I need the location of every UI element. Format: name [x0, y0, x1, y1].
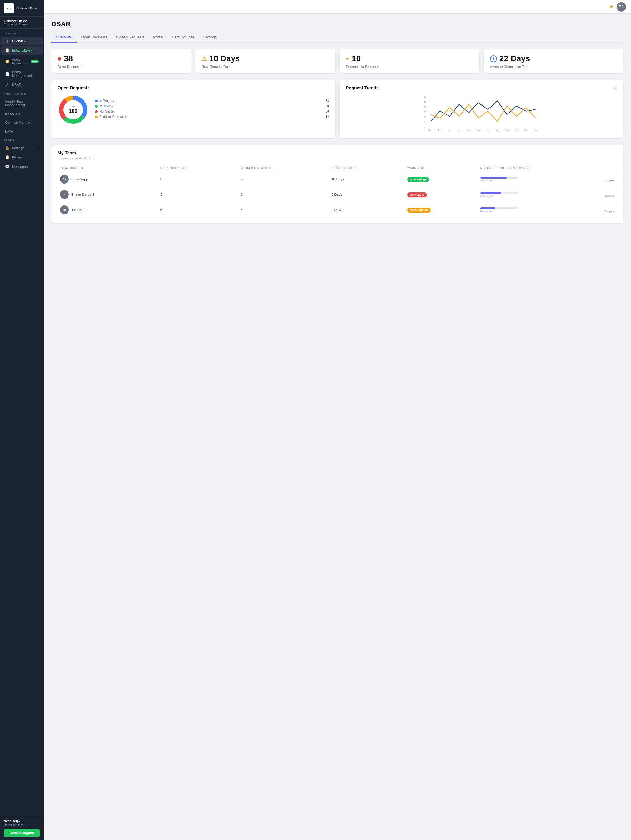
progress-labels: Not Started Complete — [480, 194, 615, 197]
progress-end-label: Complete — [604, 210, 615, 213]
need-help-text: Need help? — [4, 819, 40, 823]
svg-text:Sep: Sep — [505, 129, 509, 132]
legend-item-in-progress: In Progress 38 — [95, 99, 329, 103]
member-cell: TB Talal Butt — [57, 202, 158, 218]
table-row: TB Talal Butt 5 5 2 Days Need Support No… — [57, 202, 617, 218]
tab-portal[interactable]: Portal — [149, 33, 167, 43]
tab-open-requests[interactable]: Open Requests — [77, 33, 111, 43]
sidebar-item-overview[interactable]: ⊞ Overview — [1, 36, 43, 45]
sidebar-item-audit-requests[interactable]: 📁 Audit Requests New — [1, 55, 43, 67]
progress-cell: Not Started Complete — [478, 187, 617, 202]
progress-track — [480, 177, 518, 178]
sidebar-item-settings[interactable]: 🔒 Settings › — [1, 144, 43, 152]
legend-item-in-review: In Review 30 — [95, 104, 329, 108]
donut-total-label: Total — [69, 105, 77, 109]
my-team-card: My Team Performance & Availability TEAM … — [51, 145, 623, 223]
stat-dot-red — [57, 57, 61, 61]
donut-total-num: 100 — [69, 109, 77, 114]
member-avatar: CY — [60, 175, 69, 183]
sidebar-bottom: Need help? Check our docs Contact Suppor… — [0, 816, 44, 840]
sidebar-item-label: Overview — [12, 39, 26, 43]
workspace-selector[interactable]: Cabinet Office Ebad Abid · Premium ⌃ — [0, 17, 44, 29]
audit-new-badge: New — [31, 60, 39, 63]
sidebar-item-messages[interactable]: 💬 Messages — [1, 162, 43, 171]
svg-text:Apr: Apr — [457, 129, 461, 132]
sidebar-item-policy-management[interactable]: 📄 Policy Management — [1, 68, 43, 80]
sidebar-item-label: ISO27001 — [5, 112, 21, 116]
col-closed-requests: CLOSED REQUESTS — [238, 164, 329, 172]
info-icon: ℹ — [490, 55, 497, 62]
next-due: 5 Days — [329, 187, 405, 202]
team-subtitle: Performance & Availability — [57, 156, 617, 160]
tab-closed-requests[interactable]: Closed Requests — [112, 33, 149, 43]
sidebar-item-controls-maturity[interactable]: Controls Maturity — [1, 118, 43, 126]
next-due: 2 Days — [329, 202, 405, 218]
tab-settings[interactable]: Settings — [199, 33, 221, 43]
sidebar-item-iso27001[interactable]: ISO27001 — [1, 110, 43, 118]
warning-badge: On Holiday — [407, 192, 427, 197]
open-requests-card: Open Requests — [51, 80, 335, 139]
member-cell: CY Chris Yapp — [57, 172, 158, 187]
progress-fill — [480, 177, 506, 178]
open-count: 3 — [158, 187, 238, 202]
tab-overview[interactable]: Overview — [51, 33, 77, 43]
workspace-name: Cabinet Office — [4, 19, 30, 23]
contact-support-button[interactable]: Contact Support — [4, 829, 40, 837]
sidebar-item-entity-library[interactable]: 📋 Entity Library — [1, 46, 43, 55]
stat-in-progress: ● 10 Requests in Progress — [340, 49, 480, 73]
tab-data-sources[interactable]: Data Sources — [167, 33, 199, 43]
sidebar-item-dpia[interactable]: DPIA — [1, 127, 43, 135]
stat-number-value: 10 — [352, 54, 361, 63]
stat-label: Requests in Progress — [346, 65, 473, 68]
donut-total: Total 100 — [69, 105, 77, 114]
progress-cell: Not Started Complete — [478, 202, 617, 218]
circle-icon: ● — [346, 55, 349, 62]
svg-text:Feb: Feb — [438, 129, 442, 131]
sidebar-item-label: Audit Requests — [12, 57, 28, 65]
progress-bar-container: Not Started Complete — [480, 207, 615, 213]
sidebar-item-dsar[interactable]: ⊙ DSAR — [1, 81, 43, 89]
legend-item-pending: Pending Verification 12 — [95, 115, 329, 118]
svg-text:May: May — [467, 129, 471, 132]
stat-number-value: 38 — [64, 54, 73, 63]
audit-requests-icon: 📁 — [5, 59, 9, 63]
warning-icon: ⚠ — [202, 55, 207, 62]
sidebar-item-billing[interactable]: 📋 Billing — [1, 153, 43, 162]
messages-icon: 💬 — [5, 164, 9, 169]
member-name: Chris Yapp — [71, 177, 88, 181]
closed-count: 5 — [238, 202, 329, 218]
progress-labels: Not Started Complete — [480, 210, 615, 213]
donut-chart: Total 100 — [57, 94, 89, 125]
legend-dot — [95, 105, 98, 107]
progress-start-label: Not Started — [480, 179, 493, 182]
progress-fill — [480, 207, 495, 209]
sidebar-item-label: Controls Maturity — [5, 121, 31, 125]
legend-label: Not Started — [99, 110, 323, 113]
star-icon[interactable]: ★ — [609, 4, 614, 10]
sidebar-item-vendor-risk[interactable]: Vendor Risk Management — [1, 97, 43, 109]
svg-text:July: July — [486, 129, 490, 132]
svg-text:25: 25 — [423, 111, 426, 114]
team-table: TEAM MEMBER OPEN REQUESTS CLOSED REQUEST… — [57, 164, 617, 218]
main-content: DSAR Overview Open Requests Closed Reque… — [44, 14, 631, 840]
warning-badge: Need Support — [407, 208, 431, 213]
chart-info-icon: ⓘ — [614, 86, 617, 91]
chevron-icon: ⌃ — [38, 21, 40, 24]
request-trends-card: Request Trends ⓘ 50 40 30 25 15 10 5 Jan… — [340, 80, 624, 139]
legend-count: 38 — [325, 99, 329, 103]
svg-text:5: 5 — [423, 126, 425, 129]
stat-cards: 38 Open Requests ⚠ 10 Days Next Request … — [51, 49, 623, 73]
legend-item-not-started: Not Started 30 — [95, 110, 329, 113]
settings-arrow-icon: › — [38, 146, 39, 150]
general-label: GENERAL — [0, 29, 44, 36]
col-next-due-date: NEXT DUE DATE — [329, 164, 405, 172]
svg-text:30: 30 — [423, 106, 426, 109]
entity-library-icon: 📋 — [5, 48, 9, 52]
sidebar-item-label: Settings — [12, 146, 24, 150]
workspace-sub: Ebad Abid · Premium — [4, 23, 30, 26]
progress-fill — [480, 192, 501, 194]
closed-count: 5 — [238, 187, 329, 202]
programmes-label: PROGRAMMES — [0, 89, 44, 97]
open-requests-title: Open Requests — [57, 85, 329, 90]
stat-label: Open Requests — [57, 65, 185, 68]
